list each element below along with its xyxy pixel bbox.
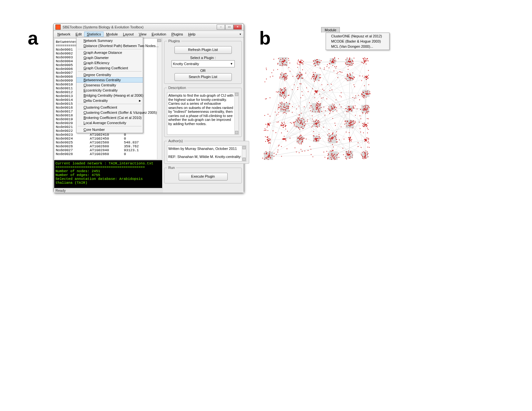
svg-point-1016: [368, 78, 369, 79]
menu-item[interactable]: Graph Clustering Coefficient: [76, 65, 143, 71]
refresh-plugin-button[interactable]: Refresh Plugin List: [174, 46, 232, 54]
svg-point-728: [331, 106, 332, 107]
svg-point-1286: [292, 112, 292, 113]
svg-point-1369: [318, 122, 318, 123]
svg-point-1350: [319, 94, 320, 94]
svg-point-303: [280, 88, 281, 89]
module-menu-item[interactable]: MCODE (Bader & Hogue 2003): [326, 39, 389, 44]
menu-evolution[interactable]: Evolution: [149, 32, 169, 37]
search-plugin-button[interactable]: Search Plugin List: [174, 73, 232, 81]
scrollbar[interactable]: [242, 146, 246, 161]
description-text[interactable]: Attempts to find the sub-graph of CIJ wi…: [167, 92, 239, 135]
svg-point-1236: [292, 76, 293, 77]
menu-statistics[interactable]: Statistics: [84, 32, 103, 37]
menu-item[interactable]: Core Number: [76, 127, 143, 132]
menu-plugins[interactable]: Plugins: [169, 32, 185, 37]
svg-point-1133: [363, 156, 364, 157]
svg-point-700: [334, 60, 335, 61]
svg-point-1356: [283, 113, 283, 113]
svg-point-867: [346, 111, 347, 112]
menu-item[interactable]: Closeness Centrality: [76, 83, 143, 88]
menu-item[interactable]: Local Average Connectivity: [76, 120, 143, 125]
scrollbar[interactable]: [157, 39, 162, 159]
menu-layout[interactable]: Layout: [120, 32, 136, 37]
menu-item[interactable]: Distance (Shortest Path) Between Two Nod…: [76, 43, 143, 48]
svg-point-224: [286, 65, 287, 66]
svg-point-822: [349, 57, 350, 58]
svg-point-222: [278, 63, 279, 64]
svg-point-443: [300, 76, 300, 77]
svg-point-1300: [348, 151, 349, 151]
menu-item[interactable]: Delta Centrality▶: [76, 98, 143, 103]
menu-item[interactable]: Eccentricity Centrality: [76, 88, 143, 93]
menu-item[interactable]: Degree Centrality: [76, 72, 143, 77]
titlebar[interactable]: SBEToolbox (Systems Biology & Evolution …: [54, 24, 244, 31]
module-menu-item[interactable]: MCL (Van Dongen 2000)...: [326, 44, 389, 49]
svg-point-353: [279, 107, 280, 108]
authors-group: Author(s) Written by Murray Shanahan, Oc…: [164, 139, 249, 164]
menu-edit[interactable]: Edit: [73, 32, 84, 37]
menu-item[interactable]: Network Summary: [76, 38, 143, 43]
menu-view[interactable]: View: [136, 32, 149, 37]
svg-point-264: [284, 79, 285, 80]
menu-item[interactable]: Bridging Centrality (Hwang et al 2006): [76, 93, 143, 98]
svg-point-1204: [367, 132, 368, 133]
minimize-button[interactable]: –: [217, 24, 225, 30]
menu-item[interactable]: Brokering Coefficient (Cai et al 2010): [76, 115, 143, 120]
svg-point-410: [299, 63, 300, 64]
svg-point-550: [314, 76, 315, 77]
svg-point-1042: [367, 93, 368, 94]
svg-point-808: [337, 154, 338, 155]
svg-point-239: [282, 58, 283, 59]
plugin-select[interactable]: Knotty Centrality ▼: [172, 60, 235, 67]
menu-item[interactable]: Clustering Coefficient: [76, 105, 143, 110]
svg-point-247: [280, 59, 281, 60]
menu-help[interactable]: Help: [186, 32, 198, 37]
menu-overflow-icon[interactable]: ▾: [238, 33, 242, 36]
svg-point-203: [266, 153, 267, 154]
svg-point-1281: [340, 72, 341, 72]
svg-line-94: [284, 78, 366, 108]
svg-point-966: [350, 151, 351, 152]
authors-text[interactable]: Written by Murray Shanahan, October 2011…: [167, 145, 246, 161]
menu-item[interactable]: Betweenness Centrality: [76, 77, 143, 83]
svg-point-388: [282, 139, 283, 140]
maximize-button[interactable]: ▭: [225, 24, 233, 30]
scroll-thumb[interactable]: [157, 39, 161, 42]
svg-point-159: [268, 123, 269, 124]
svg-point-464: [294, 123, 295, 124]
svg-point-1021: [362, 96, 363, 97]
svg-point-549: [316, 76, 317, 77]
menu-item[interactable]: Clustering Coefficient (Soffer & Vázquez…: [76, 110, 143, 115]
menu-item[interactable]: Graph Average Distance: [76, 50, 143, 55]
svg-point-1184: [300, 97, 301, 98]
menu-item[interactable]: Graph Efficiency: [76, 60, 143, 65]
svg-line-33: [268, 93, 283, 140]
menu-network[interactable]: Network: [55, 32, 73, 37]
module-tab[interactable]: Module: [321, 27, 340, 33]
svg-point-1121: [368, 141, 369, 142]
svg-point-295: [284, 88, 285, 89]
svg-point-1248: [341, 106, 341, 107]
network-canvas[interactable]: [262, 57, 371, 160]
svg-point-1190: [341, 96, 341, 97]
svg-point-1222: [332, 104, 333, 104]
svg-point-591: [311, 107, 312, 108]
svg-point-953: [346, 153, 347, 154]
svg-point-1080: [365, 105, 366, 106]
svg-point-476: [295, 121, 296, 122]
svg-point-900: [346, 123, 347, 124]
svg-point-255: [282, 64, 283, 64]
scrollbar[interactable]: [234, 93, 239, 134]
execute-plugin-button[interactable]: Execute Plugin: [179, 173, 228, 181]
module-menu-item[interactable]: ClusterONE (Nepusz et al 2012): [326, 34, 389, 39]
close-button[interactable]: ×: [233, 24, 242, 30]
svg-point-1354: [313, 131, 314, 132]
menu-module[interactable]: Module: [103, 32, 120, 37]
menu-item[interactable]: Graph Diameter: [76, 55, 143, 60]
description-content: Attempts to find the sub-graph of CIJ wi…: [168, 93, 233, 126]
svg-point-1178: [303, 128, 304, 129]
svg-point-1368: [339, 140, 340, 140]
svg-point-1030: [361, 94, 362, 95]
svg-point-1374: [361, 80, 362, 81]
